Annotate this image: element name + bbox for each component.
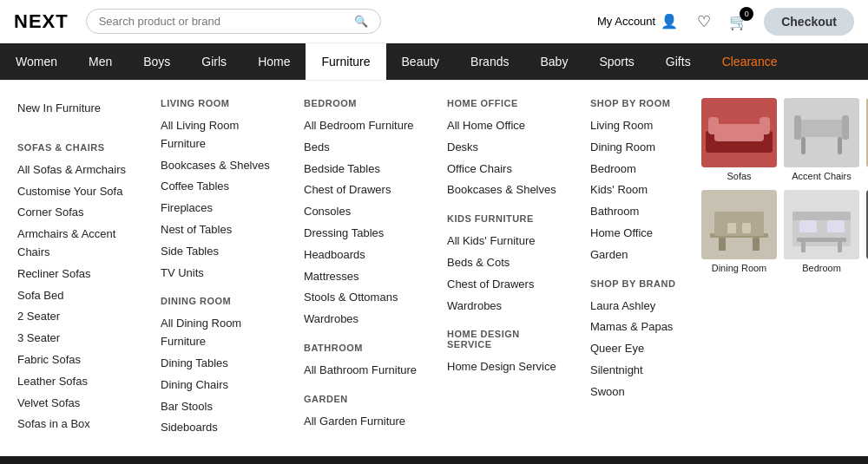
nav-gifts[interactable]: Gifts	[650, 43, 707, 80]
garden-room-link[interactable]: Garden	[590, 245, 679, 266]
nav-home[interactable]: Home	[242, 43, 306, 80]
laura-ashley-link[interactable]: Laura Ashley	[590, 296, 679, 317]
new-in-furniture-link[interactable]: New In Furniture	[17, 98, 136, 120]
beds-cots-link[interactable]: Beds & Cots	[447, 252, 566, 274]
search-icon[interactable]: 🔍	[354, 15, 368, 28]
my-account[interactable]: My Account 👤	[597, 12, 679, 31]
svg-rect-21	[719, 238, 726, 251]
bookcases-shelves-link[interactable]: Bookcases & Shelves	[161, 155, 279, 177]
nav-beauty[interactable]: Beauty	[386, 43, 456, 80]
sofas-chairs-header: SOFAS & CHAIRS	[17, 142, 136, 153]
dining-tables-link[interactable]: Dining Tables	[161, 353, 279, 375]
kids-wardrobes-link[interactable]: Wardrobes	[447, 296, 566, 317]
nav-furniture[interactable]: Furniture	[306, 43, 385, 80]
dining-room-image-card[interactable]: Dining Room	[701, 190, 777, 273]
bar-stools-link[interactable]: Bar Stools	[161, 396, 279, 418]
sofa-bed-link[interactable]: Sofa Bed	[17, 285, 136, 307]
all-home-office-link[interactable]: All Home Office	[447, 115, 566, 137]
all-bathroom-link[interactable]: All Bathroom Furniture	[304, 360, 423, 382]
svg-rect-9	[797, 120, 846, 137]
leather-sofas-link[interactable]: Leather Sofas	[17, 371, 136, 393]
search-bar: 🔍	[86, 9, 381, 34]
all-garden-link[interactable]: All Garden Furniture	[304, 411, 423, 433]
nav-boys[interactable]: Boys	[128, 43, 186, 80]
nav-women[interactable]: Women	[0, 43, 73, 80]
desks-link[interactable]: Desks	[447, 137, 566, 159]
dining-chairs-link[interactable]: Dining Chairs	[161, 375, 279, 396]
bedside-tables-link[interactable]: Bedside Tables	[304, 159, 423, 180]
3-seater-link[interactable]: 3 Seater	[17, 328, 136, 350]
logo[interactable]: NEXT	[14, 10, 69, 33]
all-dining-room-link[interactable]: All Dining Room Furniture	[161, 313, 279, 353]
svg-rect-24	[742, 223, 751, 233]
nav-girls[interactable]: Girls	[186, 43, 242, 80]
velvet-sofas-link[interactable]: Velvet Sofas	[17, 393, 136, 415]
2-seater-link[interactable]: 2 Seater	[17, 306, 136, 328]
nest-of-tables-link[interactable]: Nest of Tables	[161, 219, 279, 241]
recliner-sofas-link[interactable]: Recliner Sofas	[17, 264, 136, 285]
images-row-2: Dining Room Bedroom	[701, 190, 868, 273]
cart-icon-wrap[interactable]: 🛒 0	[729, 12, 748, 31]
beds-link[interactable]: Beds	[304, 137, 423, 159]
sideboards-link[interactable]: Sideboards	[161, 417, 279, 439]
tv-units-link[interactable]: TV Units	[161, 263, 279, 284]
dining-room-image-label: Dining Room	[712, 263, 767, 273]
header: NEXT 🔍 My Account 👤 ♡ 🛒 0 Checkout	[0, 0, 868, 43]
garden-header: GARDEN	[304, 394, 423, 404]
stools-ottomans-link[interactable]: Stools & Ottomans	[304, 287, 423, 309]
kids-furniture-header: KIDS FURNITURE	[447, 213, 566, 224]
all-living-room-link[interactable]: All Living Room Furniture	[161, 115, 279, 155]
fireplaces-link[interactable]: Fireplaces	[161, 198, 279, 219]
checkout-button[interactable]: Checkout	[764, 8, 854, 36]
nav-sports[interactable]: Sports	[583, 43, 649, 80]
bedroom-header: BEDROOM	[304, 98, 423, 108]
customise-sofa-link[interactable]: Customise Your Sofa	[17, 181, 136, 203]
nav-clearance[interactable]: Clearance	[707, 43, 793, 80]
chest-of-drawers-link[interactable]: Chest of Drawers	[304, 180, 423, 201]
all-kids-link[interactable]: All Kids' Furniture	[447, 231, 566, 252]
sofas-image-card[interactable]: Sofas	[701, 98, 777, 181]
nav-baby[interactable]: Baby	[524, 43, 583, 80]
armchairs-link[interactable]: Armchairs & Accent Chairs	[17, 224, 136, 264]
kids-room-link[interactable]: Kids' Room	[590, 180, 679, 201]
fabric-sofas-link[interactable]: Fabric Sofas	[17, 350, 136, 371]
office-chairs-link[interactable]: Office Chairs	[447, 159, 566, 180]
bedroom-room-link[interactable]: Bedroom	[590, 159, 679, 180]
wishlist-icon[interactable]: ♡	[694, 12, 713, 31]
dining-room-image	[701, 190, 777, 259]
svg-rect-23	[727, 223, 736, 233]
consoles-link[interactable]: Consoles	[304, 201, 423, 223]
corner-sofas-link[interactable]: Corner Sofas	[17, 202, 136, 224]
bedroom-image-card[interactable]: Bedroom	[784, 190, 859, 273]
design-service-header: HOME DESIGN SERVICE	[447, 329, 566, 350]
side-tables-link[interactable]: Side Tables	[161, 241, 279, 263]
queer-eye-link[interactable]: Queer Eye	[590, 338, 679, 360]
search-input[interactable]	[99, 15, 354, 28]
silentnight-link[interactable]: Silentnight	[590, 360, 679, 382]
kids-chest-drawers-link[interactable]: Chest of Drawers	[447, 274, 566, 296]
all-sofas-link[interactable]: All Sofas & Armchairs	[17, 160, 136, 181]
nav-men[interactable]: Men	[73, 43, 128, 80]
images-row-1: Sofas Accent Chairs	[701, 98, 868, 181]
shop-by-brand-header: SHOP BY BRAND	[590, 278, 679, 289]
svg-rect-27	[792, 212, 851, 220]
swoon-link[interactable]: Swoon	[590, 382, 679, 403]
all-bedroom-link[interactable]: All Bedroom Furniture	[304, 115, 423, 137]
nav-brands[interactable]: Brands	[455, 43, 524, 80]
dressing-tables-link[interactable]: Dressing Tables	[304, 223, 423, 245]
home-office-room-link[interactable]: Home Office	[590, 223, 679, 245]
office-bookcases-link[interactable]: Bookcases & Shelves	[447, 180, 566, 201]
mattresses-link[interactable]: Mattresses	[304, 266, 423, 288]
mamas-papas-link[interactable]: Mamas & Papas	[590, 317, 679, 338]
coffee-tables-link[interactable]: Coffee Tables	[161, 176, 279, 198]
headboards-link[interactable]: Headboards	[304, 245, 423, 266]
dining-room-room-link[interactable]: Dining Room	[590, 137, 679, 159]
sofas-in-a-box-link[interactable]: Sofas in a Box	[17, 414, 136, 435]
svg-rect-30	[838, 242, 842, 252]
home-design-service-link[interactable]: Home Design Service	[447, 356, 566, 378]
header-right: My Account 👤 ♡ 🛒 0 Checkout	[597, 8, 854, 36]
accent-chairs-image-card[interactable]: Accent Chairs	[784, 98, 859, 181]
wardrobes-link[interactable]: Wardrobes	[304, 309, 423, 330]
living-room-room-link[interactable]: Living Room	[590, 115, 679, 137]
bathroom-room-link[interactable]: Bathroom	[590, 201, 679, 223]
